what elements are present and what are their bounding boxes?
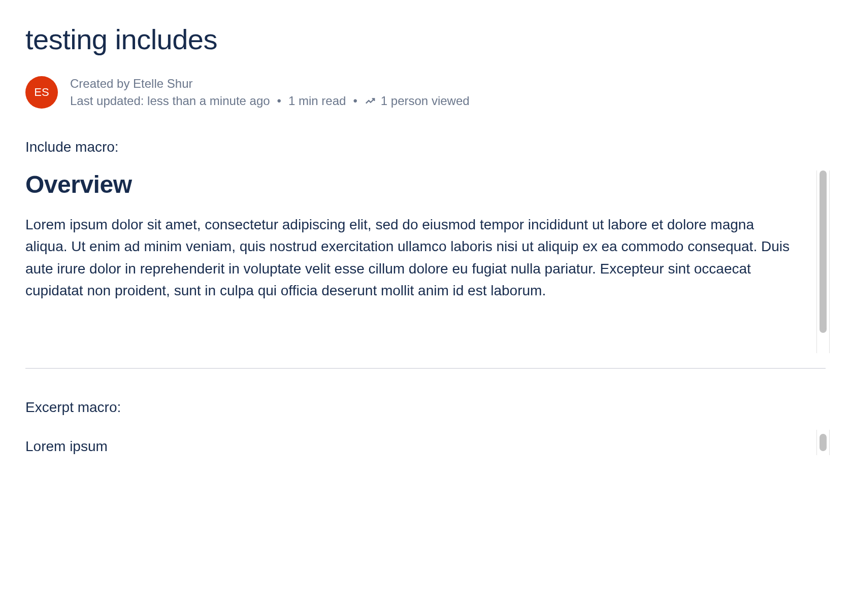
scrollbar[interactable] — [816, 430, 830, 455]
overview-text: Lorem ipsum dolor sit amet, consectetur … — [25, 214, 797, 302]
page-title: testing includes — [25, 23, 826, 56]
avatar[interactable]: ES — [25, 76, 58, 109]
separator-dot: • — [353, 94, 357, 108]
meta-row: Last updated: less than a minute ago • 1… — [70, 94, 470, 108]
views[interactable]: 1 person viewed — [365, 94, 470, 108]
created-by: Created by Etelle Shur — [70, 77, 470, 91]
include-macro-block: Overview Lorem ipsum dolor sit amet, con… — [25, 170, 826, 302]
include-macro-label: Include macro: — [25, 139, 826, 155]
excerpt-text: Lorem ipsum — [25, 438, 810, 455]
byline-text: Created by Etelle Shur Last updated: les… — [70, 77, 470, 108]
last-updated[interactable]: Last updated: less than a minute ago — [70, 94, 270, 108]
scrollbar-thumb[interactable] — [820, 170, 827, 333]
read-time: 1 min read — [288, 94, 346, 108]
excerpt-macro-block: Excerpt macro: Lorem ipsum — [25, 399, 826, 455]
scrollbar-thumb[interactable] — [820, 434, 827, 451]
overview-heading: Overview — [25, 170, 810, 198]
page-content: Include macro: Overview Lorem ipsum dolo… — [25, 139, 826, 455]
byline: ES Created by Etelle Shur Last updated: … — [25, 76, 826, 109]
created-by-prefix: Created by — [70, 77, 133, 90]
scrollbar[interactable] — [816, 170, 830, 353]
separator-dot: • — [277, 94, 281, 108]
views-text: 1 person viewed — [381, 94, 470, 108]
author-name[interactable]: Etelle Shur — [133, 77, 192, 90]
analytics-icon — [365, 95, 376, 107]
divider — [25, 368, 826, 369]
excerpt-macro-label: Excerpt macro: — [25, 399, 810, 416]
